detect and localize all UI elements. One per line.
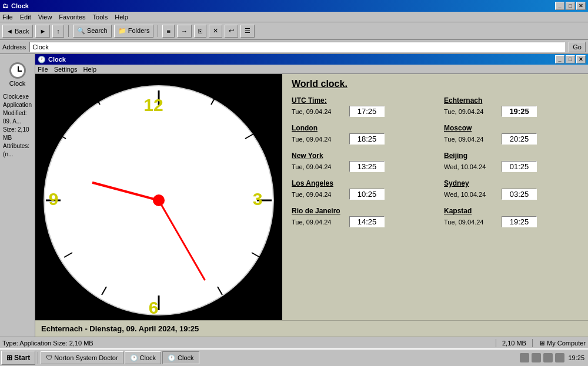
folders-button[interactable]: 📁 Folders	[114, 25, 154, 38]
moscow-city[interactable]: Moscow	[444, 124, 579, 132]
svg-text:12: 12	[143, 95, 163, 115]
world-clock-title: World clock.	[292, 79, 579, 89]
beijing-row: Wed, 10.04.24 01:25	[444, 161, 579, 172]
tray-icon-2	[532, 353, 541, 362]
echternach-city[interactable]: Echternach	[444, 96, 579, 105]
inner-menu-settings[interactable]: Settings	[54, 66, 78, 73]
menu-edit[interactable]: Edit	[20, 14, 31, 21]
go-button[interactable]: Go	[569, 42, 586, 52]
clock1-icon: 🕐	[130, 354, 138, 362]
analog-clock-bg: 12 3 6 9	[35, 74, 282, 320]
rio-city[interactable]: Rio de Janeiro	[292, 207, 426, 215]
utc-label: UTC Time:	[292, 96, 426, 105]
menu-favorites[interactable]: Favorites	[59, 14, 85, 21]
undo-button[interactable]: ↩	[225, 25, 238, 38]
newyork-row: Tue, 09.04.24 13:25	[292, 161, 426, 172]
london-section: London Tue, 09.04.24 18:25	[292, 124, 426, 145]
newyork-date: Tue, 09.04.24	[292, 163, 345, 170]
inner-menu-file[interactable]: File	[38, 66, 48, 73]
newyork-section: New York Tue, 09.04.24 13:25	[292, 152, 426, 172]
kapstad-date: Tue, 09.04.24	[444, 219, 497, 226]
address-label: Address	[2, 43, 26, 51]
sydney-city[interactable]: Sydney	[444, 179, 579, 187]
explorer-maximize-btn[interactable]: □	[566, 2, 575, 10]
explorer-minimize-btn[interactable]: _	[555, 2, 564, 10]
main-area: Clock Clock.exe Application Modified: 09…	[0, 54, 588, 337]
right-column: Echternach Tue, 09.04.24 19:25 Moscow	[444, 96, 579, 234]
echternach-status-bar: Echternach - Dienstag, 09. April 2024, 1…	[35, 320, 588, 337]
sydney-date: Wed, 10.04.24	[444, 191, 497, 198]
menu-view[interactable]: View	[38, 14, 52, 21]
rio-date: Tue, 09.04.24	[292, 219, 345, 226]
inner-title-bar: 🕐 Clock _ □ ✕	[35, 54, 588, 65]
toolbar-separator-1	[68, 25, 69, 37]
london-city[interactable]: London	[292, 124, 426, 132]
taskbar-clock1-btn[interactable]: 🕐 Clock	[125, 351, 162, 364]
status-sep-1	[496, 339, 496, 347]
echternach-time: 19:25	[502, 106, 537, 117]
taskbar-clock-time: 19:25	[568, 354, 584, 361]
svg-text:6: 6	[149, 298, 159, 317]
explorer-icon: 🗂	[2, 2, 9, 9]
inner-close-btn[interactable]: ✕	[576, 55, 586, 63]
back-button[interactable]: ◄ Back	[2, 25, 33, 38]
inner-window-wrapper: 🕐 Clock _ □ ✕ File Settings Help	[35, 54, 588, 337]
utc-time-box: 17:25	[349, 106, 385, 117]
view-button[interactable]: ≡	[162, 25, 174, 38]
beijing-city[interactable]: Beijing	[444, 152, 579, 160]
inner-menu-help[interactable]: Help	[83, 66, 96, 73]
inner-maximize-btn[interactable]: □	[566, 55, 575, 63]
move-button[interactable]: →	[177, 25, 192, 38]
moscow-row: Tue, 09.04.24 20:25	[444, 133, 579, 145]
clock-icon-shape	[9, 62, 26, 79]
echternach-row: Tue, 09.04.24 19:25	[444, 106, 579, 117]
start-button[interactable]: ⊞ Start	[1, 351, 35, 365]
sidebar-clock-icon[interactable]: Clock	[7, 59, 28, 89]
search-button[interactable]: 🔍 Search	[73, 25, 112, 38]
newyork-city[interactable]: New York	[292, 152, 426, 160]
explorer-close-btn[interactable]: ✕	[576, 2, 586, 10]
moscow-section: Moscow Tue, 09.04.24 20:25	[444, 124, 579, 145]
sidebar-size: Size: 2,10 MB	[3, 126, 32, 142]
nortonsd-icon: 🛡	[46, 354, 52, 361]
beijing-time: 01:25	[502, 161, 537, 172]
explorer-title-text: Clock	[11, 2, 29, 9]
taskbar-clock2-btn[interactable]: 🕐 Clock	[162, 351, 199, 364]
explorer-toolbar: ◄ Back ► ↑ 🔍 Search 📁 Folders ≡ → ⎘ ✕ ↩ …	[0, 22, 588, 40]
losangeles-row: Tue, 09.04.24 10:25	[292, 189, 426, 200]
menu-help[interactable]: Help	[115, 14, 128, 21]
status-sep-2	[532, 339, 533, 347]
address-input[interactable]	[29, 42, 565, 52]
echternach-status-text: Echternach - Dienstag, 09. April 2024, 1…	[41, 324, 199, 333]
status-bar: Type: Application Size: 2,10 MB 2,10 MB …	[0, 337, 588, 348]
kapstad-city[interactable]: Kapstad	[444, 207, 579, 215]
tray-icons	[520, 353, 564, 362]
taskbar-nortonsd-btn[interactable]: 🛡 Norton System Doctor	[41, 351, 123, 364]
inner-title-left: 🕐 Clock	[38, 56, 66, 63]
copy-button[interactable]: ⎘	[194, 25, 206, 38]
toolbar-separator-2	[158, 25, 158, 37]
explorer-title-left: 🗂 Clock	[2, 2, 29, 9]
losangeles-city[interactable]: Los Angeles	[292, 179, 426, 187]
inner-minimize-btn[interactable]: _	[555, 55, 564, 63]
world-clock-grid: UTC Time: Tue, 09.04.24 17:25 London	[292, 96, 579, 234]
sidebar: Clock Clock.exe Application Modified: 09…	[0, 54, 35, 337]
losangeles-date: Tue, 09.04.24	[292, 191, 345, 198]
utc-date: Tue, 09.04.24	[292, 108, 345, 115]
utc-section: UTC Time: Tue, 09.04.24 17:25	[292, 96, 426, 117]
left-column: UTC Time: Tue, 09.04.24 17:25 London	[292, 96, 426, 234]
forward-button[interactable]: ►	[35, 25, 50, 38]
status-left-text: Type: Application Size: 2,10 MB	[2, 340, 496, 347]
rio-time: 14:25	[349, 216, 385, 227]
status-computer: 🖥 My Computer	[539, 340, 586, 347]
rio-section: Rio de Janeiro Tue, 09.04.24 14:25	[292, 207, 426, 227]
clock-content-area: 12 3 6 9	[35, 74, 588, 320]
up-button[interactable]: ↑	[52, 25, 64, 38]
menu-tools[interactable]: Tools	[93, 14, 108, 21]
menu-file[interactable]: File	[2, 14, 13, 21]
losangeles-section: Los Angeles Tue, 09.04.24 10:25	[292, 179, 426, 200]
outer-window: 🗂 Clock _ □ ✕ File Edit View Favorites T…	[0, 0, 588, 366]
content-area: 🕐 Clock _ □ ✕ File Settings Help	[35, 54, 588, 337]
properties-button[interactable]: ☰	[240, 25, 255, 38]
delete-button[interactable]: ✕	[209, 25, 222, 38]
